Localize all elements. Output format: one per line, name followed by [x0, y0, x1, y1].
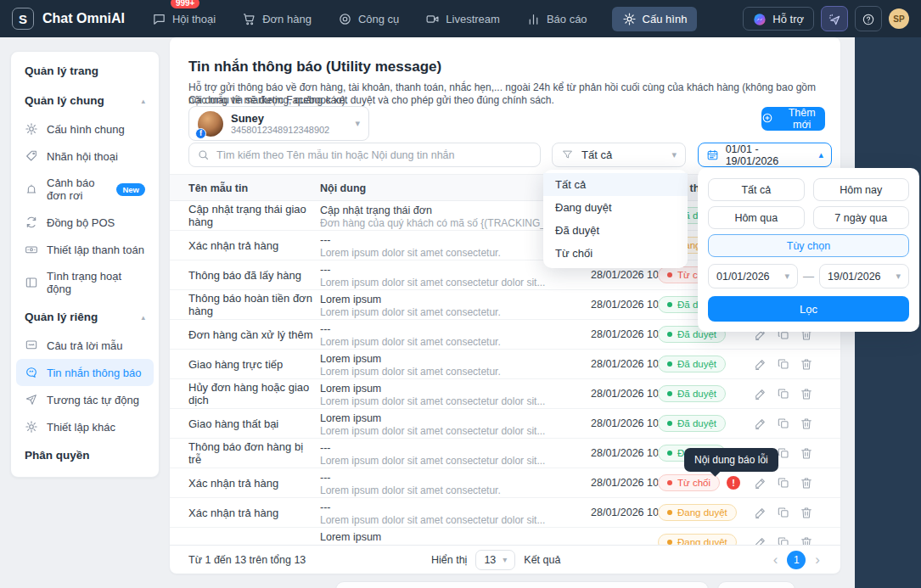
sidebar-item-tình-trạng-hoạt-động[interactable]: Tình trạng hoạt động: [16, 263, 154, 302]
copy-button[interactable]: [777, 476, 790, 490]
add-new-button[interactable]: Thêm mới: [761, 107, 825, 131]
sidebar-header-phân-quyền[interactable]: Phân quyền: [11, 440, 159, 470]
delete-button[interactable]: [800, 506, 813, 519]
chevron-down-icon: ▾: [896, 271, 901, 282]
sidebar-item-tương-tác-tự-động[interactable]: Tương tác tự động: [16, 386, 154, 413]
page-avatar: f: [198, 111, 223, 137]
question-icon: [862, 12, 875, 25]
table-row[interactable]: Xác nhận trả hàng---Lorem ipsum dolor si…: [170, 468, 840, 498]
prev-page-button[interactable]: ‹: [773, 552, 778, 567]
copy-button[interactable]: [777, 446, 790, 460]
quick-range-hôm-nay[interactable]: Hôm nay: [813, 178, 910, 201]
to-date-select[interactable]: 19/01/2026 ▾: [819, 264, 909, 288]
template-name: Hủy đơn hàng hoặc giao dịch: [188, 381, 316, 406]
date-range-button[interactable]: 01/01 - 19/01/2026 ▴: [698, 143, 832, 167]
custom-range-button[interactable]: Tùy chọn: [708, 234, 909, 257]
dropdown-option-đang-duyệt[interactable]: Đang duyệt: [543, 196, 688, 219]
gear-icon: [25, 122, 38, 136]
copy-button[interactable]: [777, 387, 790, 400]
sidebar-item-câu-trả-lời-mẫu[interactable]: Câu trả lời mẫu: [16, 332, 154, 359]
main-nav: Hội thoại999+Đơn hàngCông cụLivestreamBá…: [150, 7, 697, 31]
per-page-select[interactable]: 13 ▾: [475, 550, 515, 570]
sidebar-header-quản-lý-chung[interactable]: Quản lý chung▴: [11, 86, 159, 115]
nav-item-đơn-hàng[interactable]: Đơn hàng: [240, 7, 313, 31]
date-range-value: 01/01 - 19/01/2026: [726, 143, 813, 167]
support-label: Hỗ trợ: [772, 13, 804, 25]
sidebar-header-quản-lý-trang[interactable]: Quản lý trang: [11, 56, 159, 86]
sidebar-item-tin-nhắn-thông-báo[interactable]: Tin nhắn thông báo: [16, 359, 154, 386]
template-name: Thông báo hoàn tiền đơn hàng: [188, 292, 316, 317]
quick-range-7-ngày-qua[interactable]: 7 ngày qua: [813, 206, 910, 229]
columns-icon: [25, 276, 38, 289]
copy-button[interactable]: [777, 417, 790, 430]
message-preview: Lorem ipsum dolor sit amet consectetur.: [320, 247, 579, 259]
sidebar-item-cấu-hình-chung[interactable]: Cấu hình chung: [16, 115, 154, 143]
edit-button[interactable]: [754, 535, 767, 545]
nav-item-hội-thoại[interactable]: Hội thoại999+: [150, 7, 217, 31]
edit-button[interactable]: [754, 357, 767, 371]
status-filter-value: Tất cả: [581, 148, 612, 161]
nav-item-công-cụ[interactable]: Công cụ: [336, 7, 401, 31]
sidebar-header-quản-lý-riêng[interactable]: Quản lý riêng▴: [11, 302, 159, 332]
page-number[interactable]: 1: [787, 551, 806, 569]
edit-button[interactable]: [754, 417, 767, 430]
nav-item-báo-cáo[interactable]: Báo cáo: [525, 7, 589, 31]
sidebar-item-nhãn-hội-thoại[interactable]: Nhãn hội thoại: [16, 143, 154, 170]
sidebar-item-cảnh-báo-đơn-rơi[interactable]: Cảnh báo đơn rơiNew: [16, 170, 154, 209]
edit-button[interactable]: [754, 476, 767, 490]
unread-count-badge: 999+: [171, 0, 200, 8]
table-row[interactable]: Giao hàng trực tiếpLorem ipsumLorem ipsu…: [170, 350, 840, 379]
template-name: Xác nhận trả hàng: [188, 477, 316, 490]
app-logo[interactable]: S: [12, 8, 34, 30]
calendar-icon: [706, 148, 720, 162]
copy-button[interactable]: [777, 357, 790, 371]
delete-button[interactable]: [800, 476, 813, 490]
nav-item-cấu-hình[interactable]: Cấu hình: [612, 7, 698, 31]
status-filter-select[interactable]: Tất cả ▾: [552, 143, 686, 167]
tag-icon: [25, 149, 38, 163]
delete-button[interactable]: [800, 357, 813, 371]
table-row[interactable]: Hủy đơn hàng hoặc giao dịchLorem ipsumLo…: [170, 379, 840, 409]
support-button[interactable]: Hỗ trợ: [743, 7, 814, 31]
delete-button[interactable]: [800, 446, 813, 460]
table-row[interactable]: Lorem ipsumĐang duyệt: [170, 528, 840, 545]
results-label: Kết quả: [524, 554, 560, 566]
plus-circle-icon: [761, 112, 774, 126]
template-name: Giao hàng thất bại: [188, 417, 316, 430]
message-preview: Lorem ipsum dolor sit amet consectetur.: [320, 336, 579, 348]
edit-button[interactable]: [754, 506, 767, 519]
error-icon[interactable]: !: [727, 476, 740, 490]
reply-icon: [25, 339, 38, 352]
edit-button[interactable]: [754, 387, 767, 400]
funnel-icon: [561, 148, 575, 162]
quick-range-tất-cả[interactable]: Tất cả: [708, 178, 805, 201]
status-badge: Đang duyệt: [658, 534, 737, 545]
delete-button[interactable]: [800, 387, 813, 400]
dropdown-option-tất-cả[interactable]: Tất cả: [543, 173, 688, 196]
status-filter-dropdown: Tất cảĐang duyệtĐã duyệtTừ chối: [543, 170, 688, 268]
page-selector[interactable]: f Suney 3458012348912348902 ▾: [188, 106, 369, 141]
dropdown-option-từ-chối[interactable]: Từ chối: [543, 242, 688, 265]
delete-button[interactable]: [800, 535, 813, 545]
quick-range-hôm-qua[interactable]: Hôm qua: [708, 206, 805, 229]
next-page-button[interactable]: ›: [815, 552, 820, 567]
help-button[interactable]: [855, 6, 882, 31]
dropdown-option-đã-duyệt[interactable]: Đã duyệt: [543, 219, 688, 242]
sidebar-item-thiết-lập-khác[interactable]: Thiết lập khác: [16, 413, 154, 440]
paper-plane-icon: [828, 12, 841, 25]
sidebar-item-đồng-bộ-pos[interactable]: Đồng bộ POS: [16, 209, 154, 236]
copy-button[interactable]: [777, 506, 790, 519]
sidebar-item-thiết-lập-thanh-toán[interactable]: Thiết lập thanh toán: [16, 236, 154, 263]
copy-button[interactable]: [777, 535, 790, 545]
nav-item-livestream[interactable]: Livestream: [424, 7, 502, 31]
user-avatar[interactable]: SP: [889, 8, 909, 29]
table-row[interactable]: Giao hàng thất bạiLorem ipsumLorem ipsum…: [170, 409, 840, 439]
search-input[interactable]: [216, 149, 532, 161]
from-date-select[interactable]: 01/01/2026 ▾: [708, 264, 798, 288]
apply-filter-button[interactable]: Lọc: [708, 296, 909, 322]
template-name: Cập nhật trạng thái giao hàng: [188, 203, 316, 228]
quick-send-button[interactable]: [821, 6, 848, 31]
delete-button[interactable]: [800, 417, 813, 430]
table-row[interactable]: Xác nhận trả hàng---Lorem ipsum dolor si…: [170, 498, 840, 528]
status-badge: Đang duyệt: [658, 504, 737, 521]
